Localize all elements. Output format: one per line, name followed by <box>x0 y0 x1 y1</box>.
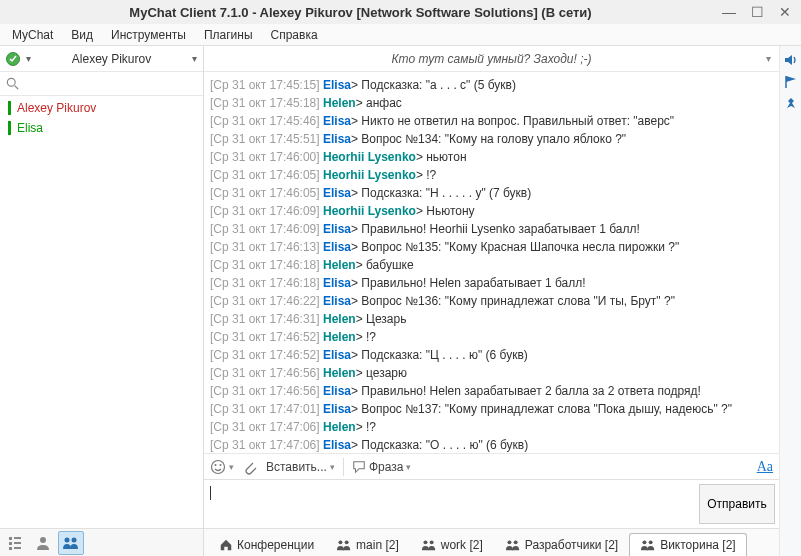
message-user: Elisa <box>323 384 351 398</box>
timestamp: [Ср 31 окт 17:46:09] <box>210 204 320 218</box>
svg-rect-2 <box>9 537 12 540</box>
message-list[interactable]: [Ср 31 окт 17:45:15] Elisa> Подсказка: "… <box>204 72 779 453</box>
message-user: Elisa <box>323 222 351 236</box>
minimize-button[interactable]: — <box>717 2 741 22</box>
chat-tab[interactable]: Викторина [2] <box>629 533 746 556</box>
message-user: Elisa <box>323 78 351 92</box>
right-rail <box>779 46 801 556</box>
chat-panel: Кто тут самый умный? Заходи! ;-) ▾ [Ср 3… <box>204 46 779 556</box>
message-user: Helen <box>323 420 356 434</box>
flag-button[interactable] <box>781 72 801 92</box>
message-user: Helen <box>323 330 356 344</box>
svg-point-9 <box>65 537 70 542</box>
chat-tabs: Конференцииmain [2]work [2]Разработчики … <box>204 528 779 556</box>
menu-mychat[interactable]: MyChat <box>4 25 61 45</box>
close-button[interactable]: ✕ <box>773 2 797 22</box>
tab-label: Разработчики [2] <box>525 538 618 552</box>
message-text: !? <box>366 420 376 434</box>
chat-tab[interactable]: main [2] <box>325 533 410 556</box>
sidebar: ▾ Alexey Pikurov ▾ Alexey Pikurov Elisa <box>0 46 204 556</box>
timestamp: [Ср 31 окт 17:45:15] <box>210 78 320 92</box>
timestamp: [Ср 31 окт 17:46:05] <box>210 168 320 182</box>
sound-button[interactable] <box>781 50 801 70</box>
message-user: Elisa <box>323 438 351 452</box>
view-list-button[interactable] <box>2 531 28 555</box>
attach-button[interactable] <box>242 459 258 475</box>
separator <box>343 458 344 476</box>
message-user: Helen <box>323 96 356 110</box>
phrase-label: Фраза <box>369 460 404 474</box>
timestamp: [Ср 31 окт 17:46:00] <box>210 150 320 164</box>
contact-item[interactable]: Elisa <box>0 118 203 138</box>
message-text: !? <box>366 330 376 344</box>
timestamp: [Ср 31 окт 17:46:56] <box>210 366 320 380</box>
timestamp: [Ср 31 окт 17:45:18] <box>210 96 320 110</box>
contact-item[interactable]: Alexey Pikurov <box>0 98 203 118</box>
message-row: [Ср 31 окт 17:46:09] Elisa> Правильно! H… <box>210 220 773 238</box>
svg-point-11 <box>212 460 225 473</box>
chat-tab[interactable]: Конференции <box>208 533 325 556</box>
timestamp: [Ср 31 окт 17:46:22] <box>210 294 320 308</box>
chat-tab[interactable]: Разработчики [2] <box>494 533 629 556</box>
menu-help[interactable]: Справка <box>263 25 326 45</box>
current-user-name: Alexey Pikurov <box>37 52 186 66</box>
message-row: [Ср 31 окт 17:47:01] Elisa> Вопрос №137:… <box>210 400 773 418</box>
menu-plugins[interactable]: Плагины <box>196 25 261 45</box>
message-row: [Ср 31 окт 17:45:46] Elisa> Никто не отв… <box>210 112 773 130</box>
message-row: [Ср 31 окт 17:46:52] Helen> !? <box>210 328 773 346</box>
message-user: Elisa <box>323 294 351 308</box>
message-row: [Ср 31 окт 17:46:09] Heorhii Lysenko> Нь… <box>210 202 773 220</box>
group-icon <box>640 538 656 552</box>
message-text: анфас <box>366 96 402 110</box>
message-text: Цезарь <box>366 312 406 326</box>
tab-label: work [2] <box>441 538 483 552</box>
message-text: ньютон <box>426 150 466 164</box>
message-text: Правильно! Helen зарабатывает 1 балл! <box>361 276 585 290</box>
home-icon <box>219 538 233 552</box>
message-row: [Ср 31 окт 17:46:18] Elisa> Правильно! H… <box>210 274 773 292</box>
message-row: [Ср 31 окт 17:46:56] Elisa> Правильно! H… <box>210 382 773 400</box>
emoji-button[interactable]: ▾ <box>210 459 234 475</box>
message-row: [Ср 31 окт 17:46:31] Helen> Цезарь <box>210 310 773 328</box>
status-dropdown-icon[interactable]: ▾ <box>26 53 31 64</box>
message-text: Вопрос №137: "Кому принадлежат слова "По… <box>361 402 732 416</box>
status-online-icon[interactable] <box>6 52 20 66</box>
message-user: Elisa <box>323 276 351 290</box>
window-title: MyChat Client 7.1.0 - Alexey Pikurov [Ne… <box>4 5 717 20</box>
svg-point-8 <box>40 537 46 543</box>
svg-point-14 <box>339 540 343 544</box>
pin-button[interactable] <box>781 94 801 114</box>
titlebar: MyChat Client 7.1.0 - Alexey Pikurov [Ne… <box>0 0 801 24</box>
send-button[interactable]: Отправить <box>699 484 775 524</box>
message-text: !? <box>426 168 436 182</box>
message-text: Подсказка: "Н . . . . . у" (7 букв) <box>361 186 531 200</box>
view-group-button[interactable] <box>58 531 84 555</box>
menu-tools[interactable]: Инструменты <box>103 25 194 45</box>
svg-line-1 <box>15 85 19 89</box>
search-input[interactable] <box>24 77 197 91</box>
menu-view[interactable]: Вид <box>63 25 101 45</box>
message-text: Никто не ответил на вопрос. Правильный о… <box>361 114 674 128</box>
message-row: [Ср 31 окт 17:46:56] Helen> цезарю <box>210 364 773 382</box>
insert-button[interactable]: Вставить... ▾ <box>266 460 335 474</box>
contact-list: Alexey Pikurov Elisa <box>0 96 203 528</box>
font-format-button[interactable]: Aa <box>757 459 773 475</box>
view-contact-button[interactable] <box>30 531 56 555</box>
svg-rect-4 <box>9 542 12 545</box>
user-dropdown-icon[interactable]: ▾ <box>192 53 197 64</box>
message-row: [Ср 31 окт 17:46:52] Elisa> Подсказка: "… <box>210 346 773 364</box>
chat-options-dropdown[interactable]: ▾ <box>766 53 771 64</box>
message-user: Elisa <box>323 240 351 254</box>
message-row: [Ср 31 окт 17:46:18] Helen> бабушке <box>210 256 773 274</box>
phrase-button[interactable]: Фраза ▾ <box>352 460 412 474</box>
message-text: Правильно! Heorhii Lysenko зарабатывает … <box>361 222 640 236</box>
svg-rect-5 <box>14 542 21 544</box>
message-row: [Ср 31 окт 17:47:06] Helen> !? <box>210 418 773 436</box>
message-user: Helen <box>323 312 356 326</box>
tab-label: Конференции <box>237 538 314 552</box>
maximize-button[interactable]: ☐ <box>745 2 769 22</box>
timestamp: [Ср 31 окт 17:46:05] <box>210 186 320 200</box>
chat-tab[interactable]: work [2] <box>410 533 494 556</box>
message-input[interactable] <box>204 480 695 528</box>
svg-point-18 <box>507 540 511 544</box>
